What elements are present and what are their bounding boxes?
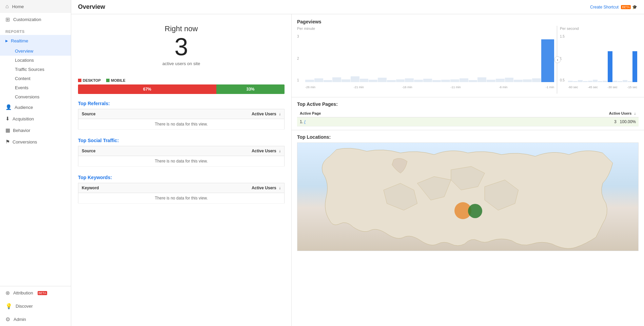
x-label: -26 min	[305, 85, 315, 89]
sidebar-subitem-content[interactable]: Content	[0, 74, 71, 83]
active-pages-tbody: 1. / 3 100.00%	[297, 117, 639, 127]
pageviews-section: Pageviews Per minute 3 2 1	[292, 14, 644, 97]
chart-bar	[598, 81, 603, 82]
create-shortcut-button[interactable]: Create Shortcut BETA 🎓	[590, 5, 637, 9]
per-second-label: Per second	[560, 26, 639, 31]
desktop-bar: 67%	[78, 84, 216, 94]
attribution-label: Attribution	[13, 290, 33, 295]
sidebar-bottom: ⊗ Attribution BETA 💡 Discover ⚙ Admin	[0, 286, 71, 326]
keywords-table: Keyword Active Users ↓ There is no data …	[78, 183, 285, 204]
left-panel: Right now 3 active users on site DESKTOP…	[71, 14, 292, 326]
sidebar-item-audience[interactable]: 👤 Audience	[0, 101, 71, 113]
sidebar-item-home[interactable]: ⌂ Home	[0, 0, 71, 13]
sidebar-subitem-events[interactable]: Events	[0, 83, 71, 92]
x-r-label: -60 sec	[568, 85, 578, 89]
sidebar-subitem-locations[interactable]: Locations	[0, 56, 71, 65]
chart-bar	[423, 79, 432, 82]
attribution-icon: ⊗	[5, 290, 10, 296]
chart-bar	[477, 77, 486, 82]
realtime-label: Realtime	[11, 38, 28, 43]
desktop-legend-label: DESKTOP	[83, 78, 101, 82]
chart-container: Per minute 3 2 1	[297, 26, 639, 94]
sidebar-item-customization[interactable]: ⊞ Customization	[0, 13, 71, 26]
chart-bar	[593, 80, 598, 82]
active-pages-title: Top Active Pages:	[297, 101, 639, 107]
sidebar-item-admin[interactable]: ⚙ Admin	[0, 313, 71, 326]
content-area: Right now 3 active users on site DESKTOP…	[71, 14, 644, 326]
chart-bar	[628, 81, 632, 82]
customization-label: Customization	[13, 17, 41, 22]
chart-expand-button[interactable]: ›	[554, 56, 561, 63]
sidebar-subitem-conversions-rt[interactable]: Conversions	[0, 92, 71, 101]
sidebar-subitem-overview[interactable]: Overview	[0, 46, 71, 56]
chart-area-left: 3 2 1	[297, 31, 557, 89]
per-minute-label: Per minute	[297, 26, 557, 31]
mobile-dot	[106, 79, 110, 82]
x-label: -11 min	[450, 85, 461, 89]
x-label: -1 min	[546, 85, 554, 89]
chart-bar	[441, 80, 450, 82]
sidebar: ⌂ Home ⊞ Customization REPORTS ▸ Realtim…	[0, 0, 71, 326]
chart-bar	[460, 78, 468, 82]
social-source-header: Source	[78, 146, 154, 156]
create-shortcut-label: Create Shortcut	[590, 5, 619, 9]
chart-bar	[505, 78, 514, 82]
top-social-title: Top Social Traffic:	[78, 138, 285, 143]
referrals-table: Source Active Users ↓ There is no data f…	[78, 109, 285, 130]
social-empty-message: There is no data for this view.	[78, 156, 285, 167]
chart-bar	[360, 79, 369, 82]
keywords-sort-icon[interactable]: ↓	[279, 186, 281, 190]
chart-bar	[305, 80, 314, 82]
y-label-2: 2	[297, 57, 299, 60]
social-sort-icon[interactable]: ↓	[279, 149, 281, 153]
sidebar-item-attribution[interactable]: ⊗ Attribution BETA	[0, 286, 71, 300]
chart-bar	[514, 80, 523, 82]
right-panel: Pageviews Per minute 3 2 1	[292, 14, 644, 326]
chart-bar	[613, 81, 618, 82]
realtime-icon: ▸	[5, 38, 8, 44]
conversions-icon: ⚑	[5, 139, 10, 145]
active-page-num-cell: 1. /	[297, 117, 451, 127]
chart-bar	[623, 80, 627, 82]
sidebar-subitem-traffic-sources[interactable]: Traffic Sources	[0, 65, 71, 74]
active-pages-section: Top Active Pages: Active Page Active Use…	[292, 97, 644, 130]
x-r-label: -30 sec	[607, 85, 618, 89]
sidebar-item-realtime[interactable]: ▸ Realtime	[0, 35, 71, 46]
referrals-sort-icon[interactable]: ↓	[279, 112, 281, 116]
topbar: Overview Create Shortcut BETA 🎓	[71, 0, 644, 14]
pages-sort-icon[interactable]: ↓	[634, 111, 636, 115]
desktop-legend: DESKTOP	[78, 78, 101, 82]
chart-bar	[369, 80, 377, 82]
chart-bar	[405, 78, 414, 82]
chart-bars-left	[305, 35, 554, 82]
behavior-icon: ▦	[5, 127, 10, 133]
x-r-label: -15 sec	[627, 85, 637, 89]
top-keywords-section: Top Keywords: Keyword Active Users ↓	[78, 175, 285, 204]
chart-bar	[341, 79, 350, 82]
chart-bar	[618, 81, 622, 82]
keywords-keyword-header: Keyword	[78, 183, 161, 193]
reports-section-label: REPORTS	[0, 26, 71, 35]
top-locations-title: Top Locations:	[297, 134, 639, 140]
pageviews-title: Pageviews	[297, 19, 639, 24]
chart-bar	[332, 77, 341, 82]
sidebar-item-behavior[interactable]: ▦ Behavior	[0, 124, 71, 136]
main-content: Overview Create Shortcut BETA 🎓 Right no…	[71, 0, 644, 326]
x-axis-right: -60 sec -45 sec -30 sec -15 sec	[568, 85, 637, 89]
chart-bar	[378, 78, 387, 82]
sidebar-item-conversions[interactable]: ⚑ Conversions	[0, 136, 71, 148]
chart-bar	[588, 81, 593, 82]
chart-bar	[314, 78, 323, 82]
page-title: Overview	[78, 3, 105, 11]
y-r-label-1.5: 1.5	[560, 35, 565, 38]
social-table: Source Active Users ↓ There is no data f…	[78, 146, 285, 167]
right-now-label: Right now	[78, 24, 285, 33]
chart-bar-high	[632, 51, 637, 82]
active-page-link[interactable]: /	[304, 119, 305, 124]
y-label-1: 1	[297, 78, 299, 82]
desktop-dot	[78, 79, 81, 82]
sidebar-item-discover[interactable]: 💡 Discover	[0, 300, 71, 313]
active-page-users-cell: 3 100.00%	[451, 117, 639, 127]
sidebar-item-acquisition[interactable]: ⬇ Acquisition	[0, 113, 71, 124]
device-legend: DESKTOP MOBILE	[78, 78, 285, 82]
